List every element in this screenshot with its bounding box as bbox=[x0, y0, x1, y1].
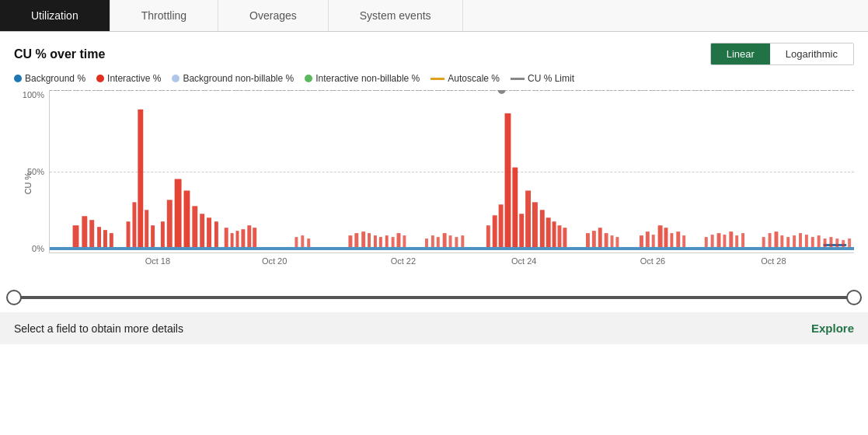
y-tick-100: 100% bbox=[23, 90, 44, 99]
slider-fill bbox=[14, 296, 854, 299]
svg-rect-83 bbox=[762, 237, 765, 247]
svg-point-2 bbox=[498, 90, 506, 94]
svg-rect-42 bbox=[425, 238, 428, 247]
svg-rect-54 bbox=[519, 214, 524, 247]
tab-overages[interactable]: Overages bbox=[218, 0, 329, 31]
svg-rect-75 bbox=[682, 235, 685, 247]
svg-rect-7 bbox=[97, 227, 101, 247]
svg-rect-91 bbox=[811, 237, 814, 247]
y-axis-label: CU % bbox=[23, 172, 33, 195]
svg-rect-82 bbox=[741, 233, 744, 247]
svg-rect-10 bbox=[127, 221, 131, 247]
svg-rect-63 bbox=[592, 231, 596, 247]
legend-label-cu-limit: CU % Limit bbox=[528, 73, 574, 84]
svg-rect-40 bbox=[397, 233, 401, 247]
svg-rect-70 bbox=[652, 235, 655, 247]
svg-rect-52 bbox=[505, 113, 511, 247]
svg-rect-68 bbox=[640, 235, 643, 247]
svg-rect-95 bbox=[835, 238, 838, 247]
svg-rect-32 bbox=[348, 235, 352, 247]
svg-rect-92 bbox=[817, 235, 821, 247]
svg-rect-69 bbox=[646, 231, 650, 247]
svg-rect-35 bbox=[368, 233, 371, 247]
svg-rect-45 bbox=[443, 233, 447, 247]
tab-system-events[interactable]: System events bbox=[329, 0, 463, 31]
svg-rect-62 bbox=[586, 233, 590, 247]
svg-rect-12 bbox=[138, 110, 143, 247]
svg-rect-38 bbox=[385, 235, 389, 247]
svg-rect-34 bbox=[361, 231, 365, 247]
chart-area: CU % over time Linear Logarithmic Backgr… bbox=[0, 32, 868, 283]
svg-rect-61 bbox=[563, 228, 566, 247]
svg-rect-87 bbox=[786, 237, 790, 247]
legend-dot-background bbox=[14, 75, 22, 82]
svg-rect-21 bbox=[207, 218, 211, 247]
svg-rect-0 bbox=[50, 247, 854, 250]
svg-rect-5 bbox=[82, 216, 87, 247]
scale-linear-button[interactable]: Linear bbox=[711, 44, 770, 64]
legend-dash-cu-limit bbox=[511, 78, 525, 80]
svg-rect-86 bbox=[780, 235, 783, 247]
svg-rect-30 bbox=[301, 235, 304, 247]
x-axis: Oct 18 Oct 20 Oct 22 Oct 24 Oct 26 Oct 2… bbox=[49, 253, 854, 277]
scale-logarithmic-button[interactable]: Logarithmic bbox=[770, 44, 853, 64]
svg-rect-49 bbox=[486, 225, 490, 247]
legend-label-background-nonbillable: Background non-billable % bbox=[183, 73, 294, 84]
svg-rect-14 bbox=[151, 225, 155, 247]
svg-rect-64 bbox=[598, 228, 602, 247]
legend-interactive: Interactive % bbox=[96, 73, 161, 84]
svg-rect-48 bbox=[461, 235, 464, 247]
svg-rect-89 bbox=[799, 233, 802, 247]
svg-rect-18 bbox=[184, 190, 190, 247]
svg-rect-84 bbox=[769, 233, 772, 247]
svg-rect-41 bbox=[403, 235, 406, 247]
legend-background: Background % bbox=[14, 73, 85, 84]
svg-rect-60 bbox=[558, 225, 562, 247]
legend-dash-autoscale bbox=[431, 78, 444, 80]
slider-handle-left[interactable] bbox=[6, 290, 22, 305]
svg-rect-19 bbox=[192, 206, 197, 247]
svg-rect-29 bbox=[295, 237, 298, 247]
svg-rect-6 bbox=[89, 220, 94, 247]
svg-rect-23 bbox=[225, 228, 228, 247]
x-label-oct28: Oct 28 bbox=[761, 256, 786, 266]
range-slider[interactable] bbox=[14, 286, 854, 309]
svg-rect-97 bbox=[848, 238, 851, 247]
svg-rect-90 bbox=[805, 235, 808, 247]
svg-rect-65 bbox=[605, 233, 608, 247]
x-label-oct18: Oct 18 bbox=[145, 256, 170, 266]
svg-rect-16 bbox=[167, 200, 173, 247]
legend-label-background: Background % bbox=[25, 73, 85, 84]
svg-rect-39 bbox=[392, 237, 395, 247]
svg-rect-9 bbox=[110, 233, 113, 247]
svg-rect-47 bbox=[455, 237, 458, 247]
y-tick-0: 0% bbox=[32, 244, 44, 253]
svg-rect-51 bbox=[499, 204, 504, 247]
tab-throttling[interactable]: Throttling bbox=[110, 0, 218, 31]
chart-plot bbox=[49, 90, 854, 253]
scale-buttons: Linear Logarithmic bbox=[710, 43, 854, 65]
svg-rect-81 bbox=[735, 235, 738, 247]
svg-rect-53 bbox=[512, 168, 518, 248]
svg-rect-59 bbox=[553, 221, 556, 247]
legend-label-interactive: Interactive % bbox=[107, 73, 161, 84]
svg-rect-66 bbox=[611, 235, 614, 247]
explore-button[interactable]: Explore bbox=[811, 322, 854, 335]
svg-rect-25 bbox=[236, 231, 239, 247]
legend-label-autoscale: Autoscale % bbox=[448, 73, 500, 84]
bottom-bar-text: Select a field to obtain more details bbox=[14, 322, 183, 335]
svg-rect-44 bbox=[437, 237, 440, 247]
svg-rect-72 bbox=[664, 228, 668, 247]
svg-rect-8 bbox=[103, 230, 107, 247]
legend-cu-limit: CU % Limit bbox=[511, 73, 574, 84]
svg-rect-76 bbox=[705, 237, 708, 247]
tab-utilization[interactable]: Utilization bbox=[0, 0, 110, 31]
svg-rect-36 bbox=[374, 235, 377, 247]
svg-rect-37 bbox=[379, 237, 382, 247]
legend-autoscale: Autoscale % bbox=[431, 73, 500, 84]
svg-rect-80 bbox=[729, 231, 733, 247]
svg-rect-13 bbox=[145, 210, 148, 247]
slider-handle-right[interactable] bbox=[846, 290, 862, 305]
svg-rect-33 bbox=[354, 233, 358, 247]
svg-rect-79 bbox=[723, 235, 726, 247]
